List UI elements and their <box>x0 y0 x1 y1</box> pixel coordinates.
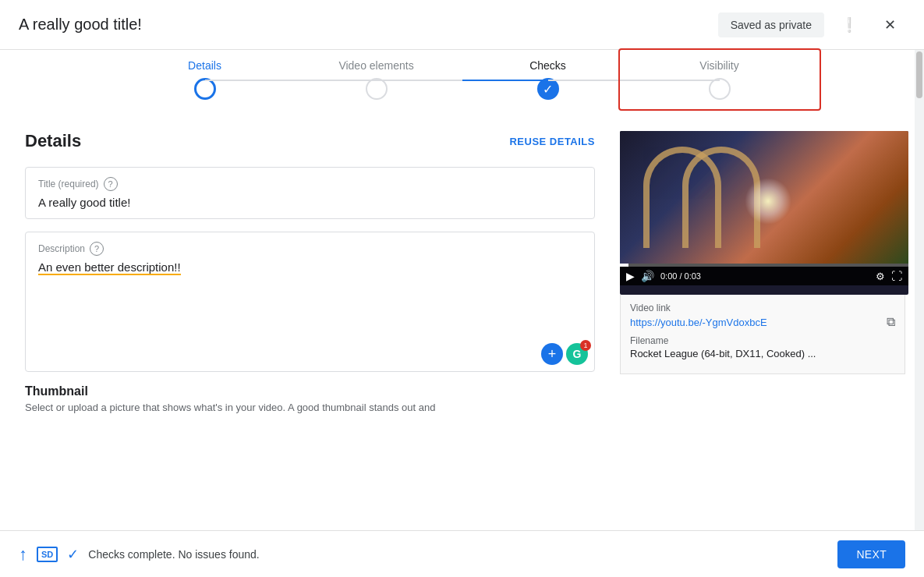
sd-badge: SD <box>37 547 58 562</box>
description-icons: + G 1 <box>541 343 588 365</box>
description-help-icon[interactable]: ? <box>90 242 104 256</box>
connector-checks-right <box>548 80 634 81</box>
step-circle-video <box>366 78 388 100</box>
bottom-left: ↑ SD ✓ Checks complete. No issues found. <box>19 544 260 565</box>
time-display: 0:00 / 0:03 <box>660 271 869 281</box>
scrollbar-track[interactable] <box>915 50 924 530</box>
upload-icon[interactable]: ↑ <box>19 544 27 565</box>
title-field-label: Title (required) ? <box>38 177 582 191</box>
thumbnail-section: Thumbnail Select or upload a picture tha… <box>25 384 595 413</box>
step-visibility[interactable]: Visibility <box>634 59 805 100</box>
description-text: An even better description!! <box>38 260 181 275</box>
description-field-label: Description ? <box>38 242 582 256</box>
thumbnail-desc: Select or upload a picture that shows wh… <box>25 402 595 413</box>
header: A really good title! Saved as private ❕ … <box>0 0 924 50</box>
step-circle-visibility <box>709 78 731 100</box>
status-text: Checks complete. No issues found. <box>88 548 259 561</box>
settings-button[interactable]: ⚙ <box>876 271 885 282</box>
volume-button[interactable]: 🔊 <box>641 270 654 282</box>
play-button[interactable]: ▶ <box>626 270 635 282</box>
bottom-bar: ↑ SD ✓ Checks complete. No issues found.… <box>0 530 924 577</box>
step-checks[interactable]: Checks ✓ <box>462 59 634 100</box>
description-field-box[interactable]: Description ? An even better description… <box>25 232 595 372</box>
check-icon: ✓ <box>67 546 79 563</box>
reuse-details-button[interactable]: REUSE DETAILS <box>509 136 595 147</box>
left-panel: Details REUSE DETAILS Title (required) ?… <box>0 112 620 530</box>
connector-video-left <box>291 80 377 81</box>
step-label-details: Details <box>188 59 221 72</box>
ai-plus-icon[interactable]: + <box>541 343 563 365</box>
fullscreen-button[interactable]: ⛶ <box>891 270 902 282</box>
step-video-elements[interactable]: Video elements <box>291 59 462 100</box>
saved-badge: Saved as private <box>718 12 824 37</box>
video-meta: Video link https://youtu.be/-YgmVdoxbcE … <box>620 295 905 374</box>
video-preview: ▶ 🔊 0:00 / 0:03 ⚙ ⛶ <box>620 131 908 295</box>
step-circle-checks: ✓ <box>537 78 559 100</box>
title-field-box[interactable]: Title (required) ? A really good title! <box>25 167 595 219</box>
connector-checks-left <box>462 80 548 81</box>
step-label-checks: Checks <box>529 59 566 72</box>
description-field-value: An even better description!! <box>38 260 582 274</box>
title-help-icon[interactable]: ? <box>104 177 118 191</box>
connector-details-right <box>205 80 291 81</box>
step-details[interactable]: Details <box>119 59 291 100</box>
video-progress-bar[interactable] <box>620 264 908 267</box>
video-link[interactable]: https://youtu.be/-YgmVdoxbcE <box>630 317 767 328</box>
thumbnail-title: Thumbnail <box>25 384 595 398</box>
warning-icon: ❕ <box>841 16 858 34</box>
step-label-video: Video elements <box>338 59 413 72</box>
title-field-value: A really good title! <box>38 196 582 209</box>
video-link-row: Video link https://youtu.be/-YgmVdoxbcE … <box>630 303 895 329</box>
close-button[interactable]: ✕ <box>874 9 905 41</box>
video-progress-fill <box>620 264 628 267</box>
warning-button[interactable]: ❕ <box>834 9 865 41</box>
next-button[interactable]: NEXT <box>837 540 905 568</box>
step-circle-details <box>194 78 216 100</box>
section-title: Details <box>25 131 81 151</box>
connector-visibility-left <box>634 80 720 81</box>
video-link-label: Video link <box>630 303 895 313</box>
close-icon: ✕ <box>884 16 896 34</box>
filename-row: Filename Rocket League (64-bit, DX11, Co… <box>630 335 895 359</box>
connector-video-right <box>377 80 462 81</box>
header-actions: Saved as private ❕ ✕ <box>718 9 905 41</box>
grammarly-badge: 1 <box>580 340 591 351</box>
steps-bar: Details Video elements Checks ✓ Visibili… <box>0 50 924 112</box>
video-controls: ▶ 🔊 0:00 / 0:03 ⚙ ⛶ <box>620 267 908 285</box>
right-panel: ▶ 🔊 0:00 / 0:03 ⚙ ⛶ Video link https://y… <box>620 112 924 530</box>
step-label-visibility: Visibility <box>699 59 738 72</box>
video-scene <box>620 131 908 264</box>
filename-value: Rocket League (64-bit, DX11, Cooked) ... <box>630 348 895 359</box>
main-content: Details REUSE DETAILS Title (required) ?… <box>0 112 924 530</box>
page-title: A really good title! <box>19 16 142 34</box>
filename-label: Filename <box>630 335 895 346</box>
scrollbar-thumb[interactable] <box>916 51 922 98</box>
video-light <box>745 178 791 225</box>
copy-link-button[interactable]: ⧉ <box>887 315 895 329</box>
section-header: Details REUSE DETAILS <box>25 131 595 151</box>
